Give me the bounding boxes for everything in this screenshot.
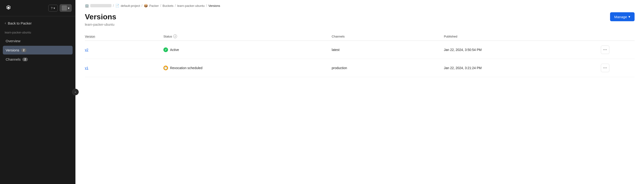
published-value: Jan 22, 2024, 3:21:24 PM bbox=[444, 66, 482, 70]
breadcrumb-sep-3: / bbox=[160, 4, 161, 8]
sidebar: ? ▾ ▾ ‹ Back to Packer learn-packer-ubun… bbox=[0, 0, 76, 184]
page-header: Versions learn-packer-ubuntu Manage ▾ bbox=[76, 8, 644, 27]
breadcrumb-packer[interactable]: 📦 Packer bbox=[144, 4, 159, 8]
status-scheduled-icon: 🕐 bbox=[163, 66, 168, 70]
published-value: Jan 22, 2024, 3:50:54 PM bbox=[444, 48, 482, 52]
th-version[interactable]: Version bbox=[85, 32, 163, 41]
breadcrumb-sep-5: / bbox=[206, 4, 207, 8]
breadcrumb-org: 🏢 bbox=[85, 4, 112, 8]
version-cell: v2 bbox=[85, 41, 163, 59]
breadcrumb-org-name bbox=[90, 4, 112, 7]
page-title: Versions bbox=[85, 12, 116, 21]
channels-cell: latest bbox=[332, 41, 444, 59]
th-actions bbox=[601, 32, 634, 41]
manage-label: Manage bbox=[614, 15, 627, 19]
breadcrumb-project[interactable]: 📄 default-project bbox=[115, 4, 140, 8]
help-button[interactable]: ? ▾ bbox=[48, 5, 58, 12]
breadcrumb-current-label: Versions bbox=[208, 4, 220, 8]
sidebar-header: ? ▾ ▾ bbox=[0, 0, 76, 16]
collapse-icon: « bbox=[75, 91, 76, 93]
sidebar-item-channels[interactable]: Channels 2 bbox=[3, 55, 72, 64]
org-avatar bbox=[62, 6, 67, 11]
breadcrumb-sep-1: / bbox=[113, 4, 114, 8]
sidebar-item-label: Overview bbox=[6, 39, 20, 43]
status-cell: ✓ Active bbox=[163, 41, 332, 59]
status-label: Revocation scheduled bbox=[170, 66, 202, 70]
help-chevron-icon: ▾ bbox=[54, 6, 55, 10]
sidebar-nav: Overview Versions 2 Channels 2 bbox=[0, 36, 76, 65]
file-icon: 📄 bbox=[115, 4, 119, 8]
channels-value: latest bbox=[332, 48, 340, 52]
building-icon: 🏢 bbox=[85, 4, 89, 8]
row-actions-button-v1[interactable]: ··· bbox=[601, 64, 609, 72]
table-container: Version Status i Channels Published bbox=[76, 27, 644, 184]
status-cell: 🕐 Revocation scheduled bbox=[163, 59, 332, 77]
back-arrow-icon: ‹ bbox=[5, 21, 6, 25]
channels-value: production bbox=[332, 66, 347, 70]
sidebar-collapse-button[interactable]: « bbox=[72, 89, 79, 95]
question-icon: ? bbox=[51, 6, 52, 10]
back-to-packer-link[interactable]: ‹ Back to Packer bbox=[0, 16, 76, 29]
ellipsis-icon: ··· bbox=[603, 48, 607, 52]
actions-cell: ··· bbox=[601, 59, 634, 77]
th-channels: Channels bbox=[332, 32, 444, 41]
breadcrumb: 🏢 / 📄 default-project / 📦 Packer / Bucke… bbox=[76, 0, 644, 8]
page-subtitle: learn-packer-ubuntu bbox=[85, 23, 116, 27]
breadcrumb-buckets[interactable]: Buckets bbox=[163, 4, 174, 8]
versions-badge: 2 bbox=[21, 48, 27, 52]
th-version-label: Version bbox=[85, 35, 95, 38]
status-info-icon[interactable]: i bbox=[173, 35, 177, 38]
sidebar-item-label: Versions bbox=[6, 48, 19, 52]
header-controls: ? ▾ ▾ bbox=[48, 4, 72, 12]
row-actions-button-v2[interactable]: ··· bbox=[601, 46, 609, 54]
org-selector-button[interactable]: ▾ bbox=[60, 4, 72, 12]
sidebar-section-label: learn-packer-ubuntu bbox=[0, 29, 76, 36]
status-active-icon: ✓ bbox=[163, 47, 168, 52]
back-label: Back to Packer bbox=[8, 21, 32, 25]
version-cell: v1 bbox=[85, 59, 163, 77]
status-cell-inner: 🕐 Revocation scheduled bbox=[163, 66, 328, 70]
channels-cell: production bbox=[332, 59, 444, 77]
table-row: v1 🕐 Revocation scheduled production Jan… bbox=[85, 59, 634, 77]
sidebar-item-overview[interactable]: Overview bbox=[3, 37, 72, 45]
th-published: Published bbox=[444, 32, 601, 41]
table-header-row: Version Status i Channels Published bbox=[85, 32, 634, 41]
breadcrumb-learn-packer[interactable]: learn-packer-ubuntu bbox=[177, 4, 204, 8]
published-cell: Jan 22, 2024, 3:21:24 PM bbox=[444, 59, 601, 77]
breadcrumb-learn-packer-label: learn-packer-ubuntu bbox=[177, 4, 204, 8]
logo bbox=[4, 3, 13, 13]
breadcrumb-buckets-label: Buckets bbox=[163, 4, 174, 8]
version-link-v2[interactable]: v2 bbox=[85, 48, 88, 52]
main-content: 🏢 / 📄 default-project / 📦 Packer / Bucke… bbox=[76, 0, 644, 184]
published-cell: Jan 22, 2024, 3:50:54 PM bbox=[444, 41, 601, 59]
th-status: Status i bbox=[163, 32, 332, 41]
org-chevron-icon: ▾ bbox=[68, 6, 70, 10]
table-row: v2 ✓ Active latest Jan 22, 2024, 3:50:54… bbox=[85, 41, 634, 59]
versions-table: Version Status i Channels Published bbox=[85, 32, 634, 77]
actions-cell: ··· bbox=[601, 41, 634, 59]
th-status-label: Status bbox=[163, 35, 172, 38]
sidebar-item-label: Channels bbox=[6, 57, 20, 61]
table-body: v2 ✓ Active latest Jan 22, 2024, 3:50:54… bbox=[85, 41, 634, 77]
manage-chevron-icon: ▾ bbox=[628, 15, 630, 19]
breadcrumb-versions: Versions bbox=[208, 4, 220, 8]
status-cell-inner: ✓ Active bbox=[163, 47, 328, 52]
th-published-label: Published bbox=[444, 35, 457, 38]
sidebar-item-versions[interactable]: Versions 2 bbox=[3, 46, 72, 55]
channels-badge: 2 bbox=[22, 58, 28, 61]
breadcrumb-project-label: default-project bbox=[121, 4, 140, 8]
th-channels-label: Channels bbox=[332, 35, 345, 38]
th-status-inner: Status i bbox=[163, 35, 328, 38]
page-title-block: Versions learn-packer-ubuntu bbox=[85, 12, 116, 27]
breadcrumb-sep-2: / bbox=[142, 4, 142, 8]
ellipsis-icon: ··· bbox=[603, 66, 607, 70]
packer-icon: 📦 bbox=[144, 4, 148, 8]
manage-button[interactable]: Manage ▾ bbox=[610, 12, 634, 21]
breadcrumb-sep-4: / bbox=[175, 4, 176, 8]
version-link-v1[interactable]: v1 bbox=[85, 66, 88, 70]
status-label: Active bbox=[170, 48, 179, 52]
breadcrumb-packer-label: Packer bbox=[149, 4, 159, 8]
